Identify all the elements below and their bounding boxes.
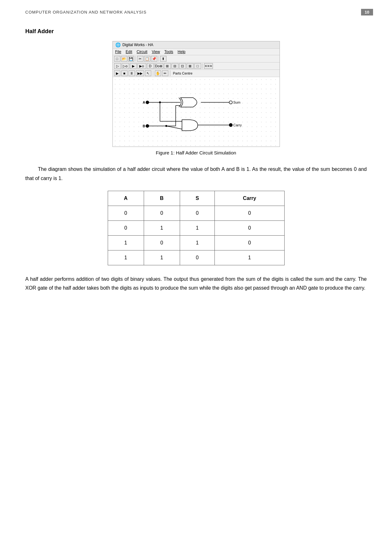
table-cell: 1 xyxy=(180,235,215,250)
svg-rect-1 xyxy=(113,77,280,146)
menu-circuit[interactable]: Circuit xyxy=(136,49,148,54)
table-cell: 0 xyxy=(215,206,284,220)
simulator-wrapper: 🌐 Digital Works - HA File Edit Circuit V… xyxy=(25,41,367,147)
tb-gate4[interactable]: ▶o xyxy=(137,63,146,69)
table-cell: 0 xyxy=(108,220,144,235)
paragraph-1: The diagram shows the simulation of a ha… xyxy=(25,165,367,183)
header-row: A B S Carry xyxy=(108,191,284,206)
sim-toolbar-3: ▶ ■ ⏸ ▶▶ ↖ ✋ ✏ Parts Centre xyxy=(113,70,280,77)
table-cell: 0 xyxy=(144,235,180,250)
page-header: COMPUTER ORGANIZATION AND NETWORK ANALYS… xyxy=(0,0,392,19)
header-title: COMPUTER ORGANIZATION AND NETWORK ANALYS… xyxy=(25,10,147,15)
sim-toolbar-1: □ 📂 💾 ✂ 📋 📌 ⬆ xyxy=(113,55,280,63)
table-cell: 0 xyxy=(215,220,284,235)
tb-gate9[interactable]: ⊡ xyxy=(179,63,186,69)
sim-menu-bar[interactable]: File Edit Circuit View Tools Help xyxy=(113,49,280,55)
tb-play[interactable]: ▶ xyxy=(114,70,120,76)
tb-gate10[interactable]: ⊠ xyxy=(187,63,194,69)
sim-toolbar-2: ▷ ▷o ▶ ▶o D Do⊕ ⊞ ⊟ ⊡ ⊠ □ ≋≋≋ xyxy=(113,63,280,70)
svg-point-4 xyxy=(146,124,149,128)
tb-gate6[interactable]: Do⊕ xyxy=(154,63,163,69)
table-cell: 0 xyxy=(180,206,215,220)
table-row: 0000 xyxy=(108,206,284,220)
svg-point-17 xyxy=(229,101,232,104)
table-row: 0110 xyxy=(108,220,284,235)
tb-gate1[interactable]: ▷ xyxy=(114,63,121,69)
tb-pause[interactable]: ⏸ xyxy=(129,70,135,76)
table-row: 1101 xyxy=(108,250,284,265)
tb-sep4 xyxy=(153,70,153,76)
tb-sep1 xyxy=(136,56,136,62)
table-cell: 0 xyxy=(215,235,284,250)
table-row: 1010 xyxy=(108,235,284,250)
menu-view[interactable]: View xyxy=(151,49,161,54)
menu-file[interactable]: File xyxy=(115,49,122,54)
tb-gate7[interactable]: ⊞ xyxy=(164,63,171,69)
table-cell: 1 xyxy=(215,250,284,265)
tb-step[interactable]: ▶▶ xyxy=(136,70,144,76)
tb-gate2[interactable]: ▷o xyxy=(122,63,129,69)
tb-open[interactable]: 📂 xyxy=(121,56,127,62)
tb-gate11[interactable]: □ xyxy=(194,63,201,69)
sim-window-title: Digital Works - HA xyxy=(123,43,154,47)
svg-text:B: B xyxy=(142,124,145,128)
svg-point-20 xyxy=(229,123,232,127)
tb-hand[interactable]: ✋ xyxy=(155,70,161,76)
sim-app-icon: 🌐 xyxy=(115,42,121,47)
table-header: A B S Carry xyxy=(108,191,284,206)
tb-cursor[interactable]: ↖ xyxy=(145,70,151,76)
svg-point-12 xyxy=(159,101,161,103)
table-body: 0000011010101101 xyxy=(108,206,284,265)
col-header-a: A xyxy=(108,191,144,206)
tb-paste[interactable]: 📌 xyxy=(151,56,157,62)
svg-text:Sum: Sum xyxy=(233,100,240,104)
table-cell: 1 xyxy=(144,220,180,235)
tb-wire[interactable]: ✏ xyxy=(162,70,168,76)
table-wrapper: A B S Carry 0000011010101101 xyxy=(25,191,367,265)
table-cell: 1 xyxy=(180,220,215,235)
circuit-diagram: A B xyxy=(113,77,280,147)
table-cell: 1 xyxy=(108,250,144,265)
tb-export[interactable]: ⬆ xyxy=(160,56,166,62)
tb-copy[interactable]: 📋 xyxy=(144,56,150,62)
svg-text:A: A xyxy=(142,100,145,104)
table-cell: 0 xyxy=(108,206,144,220)
tb-sep3 xyxy=(202,63,203,69)
section-title: Half Adder xyxy=(25,28,367,35)
svg-text:Carry: Carry xyxy=(233,123,242,127)
figure-caption: Figure 1: Half Adder Circuit Simulation xyxy=(25,150,367,155)
tb-more[interactable]: ≋≋≋ xyxy=(204,63,213,69)
tb-gate3[interactable]: ▶ xyxy=(130,63,137,69)
truth-table: A B S Carry 0000011010101101 xyxy=(108,191,285,265)
menu-tools[interactable]: Tools xyxy=(164,49,174,54)
tb-new[interactable]: □ xyxy=(114,56,120,62)
col-header-b: B xyxy=(144,191,180,206)
sim-title-bar: 🌐 Digital Works - HA xyxy=(113,41,280,49)
paragraph-2: A half adder performs addition of two di… xyxy=(25,275,367,293)
table-cell: 0 xyxy=(180,250,215,265)
svg-point-2 xyxy=(146,101,149,104)
col-header-s: S xyxy=(180,191,215,206)
svg-point-14 xyxy=(165,125,167,127)
tb-sep5 xyxy=(170,70,170,76)
tb-gate5[interactable]: D xyxy=(147,63,154,69)
tb-gate8[interactable]: ⊟ xyxy=(172,63,178,69)
table-cell: 1 xyxy=(144,250,180,265)
table-cell: 1 xyxy=(108,235,144,250)
parts-centre-label: Parts Centre xyxy=(172,71,194,75)
page-number: 10 xyxy=(361,9,373,15)
tb-save[interactable]: 💾 xyxy=(128,56,134,62)
tb-stop[interactable]: ■ xyxy=(121,70,128,76)
col-header-carry: Carry xyxy=(215,191,284,206)
tb-sep2 xyxy=(159,56,159,62)
menu-edit[interactable]: Edit xyxy=(125,49,133,54)
tb-cut[interactable]: ✂ xyxy=(137,56,143,62)
table-cell: 0 xyxy=(144,206,180,220)
menu-help[interactable]: Help xyxy=(177,49,186,54)
main-content: Half Adder 🌐 Digital Works - HA File Edi… xyxy=(0,19,392,313)
sim-canvas: A B xyxy=(113,77,280,147)
simulator-box: 🌐 Digital Works - HA File Edit Circuit V… xyxy=(112,41,280,147)
